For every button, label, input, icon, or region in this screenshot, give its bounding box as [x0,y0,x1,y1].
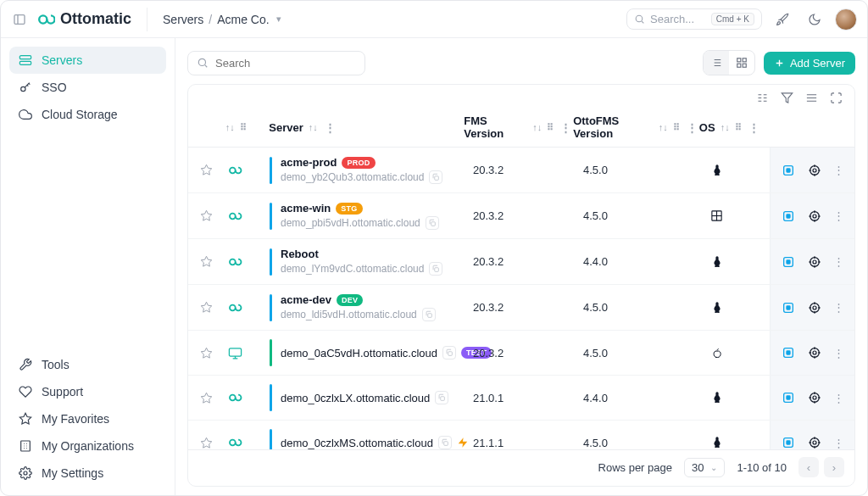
deploy-icon[interactable] [781,434,795,449]
theme-toggle-icon[interactable] [803,8,826,31]
column-menu-icon[interactable]: ⋮ [559,121,573,134]
plus-icon [774,58,785,69]
svg-rect-81 [428,314,432,318]
deploy-icon[interactable] [781,299,795,316]
filter-icon[interactable] [781,92,793,104]
copy-icon[interactable] [435,391,448,404]
user-avatar[interactable] [835,8,857,31]
breadcrumb-current[interactable]: Acme Co. [217,13,269,26]
row-menu-icon[interactable]: ⋮ [833,164,844,176]
drag-handle-icon[interactable]: ⠿ [547,122,554,133]
sort-icon[interactable]: ↑↓ [225,122,235,132]
sort-icon[interactable]: ↑↓ [659,122,668,132]
fms-version-cell: 21.1.1 [473,437,583,449]
sidebar-item-my-organizations[interactable]: My Organizations [9,432,166,460]
sort-icon[interactable]: ↑↓ [721,122,730,132]
favorite-star-icon[interactable] [200,255,225,268]
header-otto[interactable]: OttoFMS Version [573,114,654,140]
sidebar-item-sso[interactable]: SSO [9,74,166,101]
svg-rect-72 [787,260,790,264]
favorite-star-icon[interactable] [200,437,225,449]
row-menu-icon[interactable]: ⋮ [833,209,844,222]
sidebar-item-servers[interactable]: Servers [9,47,166,74]
column-menu-icon[interactable]: ⋮ [685,121,699,134]
drag-handle-icon[interactable]: ⠿ [673,122,680,133]
rows-per-page-select[interactable]: 30 ⌄ [684,458,725,477]
chevron-down-icon[interactable]: ▾ [276,14,281,25]
target-icon[interactable] [807,254,821,270]
copy-icon[interactable] [429,262,442,276]
target-icon[interactable] [807,434,821,449]
add-server-button[interactable]: Add Server [764,52,855,75]
sidebar-item-my-favorites[interactable]: My Favorites [9,405,166,432]
table-search[interactable] [187,51,365,75]
table-row[interactable]: acme-dev DEVdemo_ldi5vdH.ottomatic.cloud… [188,285,854,331]
favorite-star-icon[interactable] [200,209,225,222]
copy-icon[interactable] [426,216,439,230]
svg-rect-6 [19,61,31,64]
header-server[interactable]: Server [269,121,303,134]
table-row[interactable]: acme-prod PRODdemo_yb2Qub3.ottomatic.clo… [188,148,854,193]
target-icon[interactable] [807,208,821,225]
favorite-star-icon[interactable] [200,347,225,359]
sidebar-item-support[interactable]: Support [9,378,166,405]
drag-handle-icon[interactable]: ⠿ [240,122,247,133]
select-chevron-icon: ⌄ [710,463,717,472]
os-icon [710,301,724,315]
copy-icon[interactable] [422,308,436,321]
brand-logo[interactable]: Ottomatic [36,10,131,29]
copy-icon[interactable] [438,436,452,449]
target-icon[interactable] [807,162,821,179]
header-os[interactable]: OS [699,121,715,134]
sidebar-item-cloud-storage[interactable]: Cloud Storage [9,101,166,128]
copy-icon[interactable] [442,346,456,359]
favorite-star-icon[interactable] [200,392,225,404]
deploy-icon[interactable] [781,254,795,270]
server-name: acme-dev DEV [281,293,436,306]
column-menu-icon[interactable]: ⋮ [323,121,337,134]
target-icon[interactable] [807,389,821,406]
deploy-icon[interactable] [781,208,795,225]
table-search-input[interactable] [215,57,358,70]
deploy-icon[interactable] [781,389,795,406]
target-icon[interactable] [807,299,821,316]
next-page-button[interactable]: › [824,457,844,477]
rocket-icon[interactable] [771,8,794,31]
svg-point-120 [810,438,819,448]
fms-version-cell: 21.0.1 [473,392,583,404]
row-menu-icon[interactable]: ⋮ [833,437,844,449]
view-grid-button[interactable] [729,51,754,75]
table-row[interactable]: acme-win STGdemo_pbi5vdH.ottomatic.cloud… [188,193,854,239]
svg-rect-45 [435,176,439,181]
table-row[interactable]: demo_0czlxMS.ottomatic.cloud 21.1.14.5.0… [188,421,854,449]
row-menu-icon[interactable]: ⋮ [833,392,844,404]
favorite-star-icon[interactable] [200,164,225,176]
sort-icon[interactable]: ↑↓ [532,122,542,132]
view-list-button[interactable] [704,51,729,75]
density-icon[interactable] [805,92,818,104]
drag-handle-icon[interactable]: ⠿ [735,122,742,133]
favorite-star-icon[interactable] [200,301,225,314]
table-row[interactable]: demo_0aC5vdH.ottomatic.cloud TEST 20.3.2… [188,331,854,376]
prev-page-button[interactable]: ‹ [798,457,819,477]
breadcrumb-root[interactable]: Servers [163,13,203,26]
copy-icon[interactable] [429,170,442,184]
sidebar-item-my-settings[interactable]: My Settings [9,460,166,487]
panel-toggle-icon[interactable] [11,11,28,28]
columns-icon[interactable] [756,92,769,104]
deploy-icon[interactable] [781,344,795,361]
column-menu-icon[interactable]: ⋮ [747,121,761,134]
row-menu-icon[interactable]: ⋮ [833,255,844,268]
global-search[interactable]: Search... Cmd + K [626,8,762,30]
table-row[interactable]: Reboot demo_lYm9vdC.ottomatic.cloud 20.3… [188,239,854,285]
fms-version-cell: 20.3.2 [473,347,583,359]
sort-icon[interactable]: ↑↓ [309,122,318,132]
target-icon[interactable] [807,344,821,361]
row-menu-icon[interactable]: ⋮ [833,301,844,314]
table-row[interactable]: demo_0czlxLX.ottomatic.cloud 21.0.14.4.0… [188,376,854,421]
fullscreen-icon[interactable] [830,92,843,104]
row-menu-icon[interactable]: ⋮ [833,347,844,359]
sidebar-item-tools[interactable]: Tools [9,351,166,378]
deploy-icon[interactable] [781,162,795,179]
header-fms[interactable]: FMS Version [464,114,527,140]
